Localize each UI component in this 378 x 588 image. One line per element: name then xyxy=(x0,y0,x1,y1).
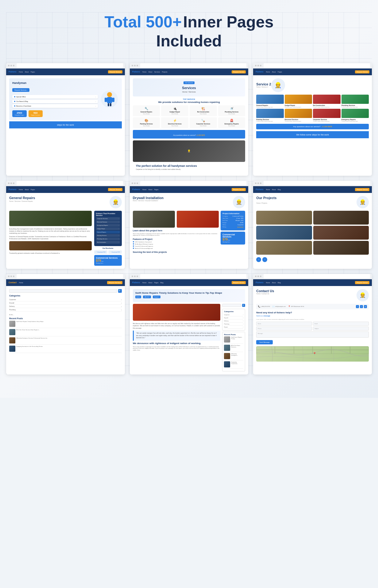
blog-meta: Author JAN 2027 Sample 0 xyxy=(135,296,243,298)
contact-info-bar: 📞 (+884) 553-0762 ✉️ info@example.com 📍 … xyxy=(256,304,369,309)
request-btn-9[interactable]: Request Service xyxy=(355,281,369,284)
list-reconstruction[interactable]: Re-Construction › xyxy=(96,241,120,244)
projects-header: Our Projects Home / Projects 👷 xyxy=(256,196,369,208)
contact-phone: 📞 (+884) 553-0762 xyxy=(258,305,270,308)
blog-sidebar: 🔍 Categories Carpenter› Drywall› Deliver… xyxy=(222,304,245,371)
nav-bar-5: Fixhero Home About Pages Request Service xyxy=(130,186,249,193)
menu-item-offers[interactable]: Special Offers › xyxy=(12,95,98,99)
arrow-next[interactable]: › xyxy=(262,257,267,262)
drywall-worker: 👷 xyxy=(233,196,245,208)
nav2-about: About xyxy=(148,71,152,73)
contact-breadcrumb: Home / Contact Us xyxy=(256,293,274,295)
form-subject[interactable]: Subject xyxy=(313,327,369,331)
nav2-services: Services xyxy=(154,71,160,73)
brochure-2[interactable]: 📄 Download PDF xyxy=(108,250,122,254)
list-electrical[interactable]: Electrical Services › xyxy=(96,221,120,223)
request-btn-6[interactable]: Request Service xyxy=(355,188,369,191)
social-icons: f t in xyxy=(356,305,367,308)
s2-item-4: Plumbing Services Trusted expert deliver… xyxy=(341,95,369,108)
sidebar-search: 🔍 xyxy=(222,304,245,307)
nav6-home: Home xyxy=(266,189,270,190)
projects-title: Our Projects xyxy=(256,196,276,200)
dot9-yellow xyxy=(257,276,259,277)
project-item-6 xyxy=(313,241,369,255)
list-plumbing[interactable]: Plumbing Services › xyxy=(96,237,120,240)
sidebar-post-4: Equipping Insurances... xyxy=(224,361,243,369)
menu-item-blog[interactable]: Our News & Blog › xyxy=(12,100,98,103)
project-img-industrial2 xyxy=(256,241,312,255)
search-field[interactable] xyxy=(9,289,117,293)
contact-form-section: Need any kind of fixhero help? Send us a… xyxy=(256,311,369,344)
list-general[interactable]: General Repairs › xyxy=(96,231,120,233)
instagram-icon[interactable]: in xyxy=(364,305,367,308)
svg-rect-5 xyxy=(110,103,111,106)
form-name[interactable]: Name xyxy=(256,322,312,326)
request-btn-7[interactable]: Request Services xyxy=(107,281,122,284)
recent-post-img-1 xyxy=(9,321,15,327)
list-gadget[interactable]: Gadget Repair › xyxy=(96,227,120,230)
info-start: Start Time 4 June, 2023 xyxy=(222,218,243,219)
search-row: 🔍 xyxy=(9,289,122,293)
menu-item-franchise[interactable]: Become a Franchisee › xyxy=(12,104,98,108)
twitter-icon[interactable]: t xyxy=(360,305,363,308)
list-carpenter[interactable]: Carpenter Services › xyxy=(96,217,120,220)
send-message-btn[interactable]: Send Message xyxy=(256,340,272,344)
brochure-1[interactable]: 📄 Download PDF xyxy=(94,250,108,254)
drywall-img1 xyxy=(133,211,175,228)
recent-post-3: Effectively Handymen Services Profession… xyxy=(9,337,122,345)
list-emergency[interactable]: Emergency Repairs › xyxy=(96,224,120,227)
nav8-about: About xyxy=(148,282,152,284)
dot-yellow xyxy=(10,65,12,66)
request-btn-3[interactable]: Request Service xyxy=(355,70,369,73)
nav5-pages: Pages xyxy=(154,189,158,190)
request-services-btn[interactable]: Request Services › xyxy=(12,88,29,92)
nav3-home: Home xyxy=(266,71,270,73)
sidebar-cat-2: Drywall› xyxy=(224,316,243,319)
browser-bar-2 xyxy=(130,63,249,69)
form-message[interactable]: Message xyxy=(256,331,369,338)
drywall-images xyxy=(133,211,219,228)
steps-bar-3: We follow some steps for the work xyxy=(256,131,369,138)
request-btn-1[interactable]: Request Service xyxy=(108,70,122,73)
dot5-yellow xyxy=(134,182,136,184)
services-content: TOP SERVICE Services Home / Services TOP… xyxy=(130,75,249,176)
facebook-icon[interactable]: f xyxy=(356,305,359,308)
sidebar-search-field[interactable] xyxy=(222,304,241,307)
nav-bar-3: Fixhero Home About Pages Request Service xyxy=(253,69,372,75)
sidebar-search-btn[interactable]: 🔍 xyxy=(242,304,245,307)
service2-title: Service 2 xyxy=(256,82,271,86)
request-btn-5[interactable]: Request Service xyxy=(232,188,246,191)
nav2-home: Home xyxy=(142,71,146,73)
project-img-worker2 xyxy=(313,241,369,255)
nav9-about: About xyxy=(272,282,276,284)
nav-about: About xyxy=(25,71,29,73)
list-painting[interactable]: Painting Services › xyxy=(96,234,120,237)
address-bar-5 xyxy=(140,181,247,185)
service-gadget-repair: 🔌 Gadget Repair View Details xyxy=(161,105,188,116)
blog-author: Author xyxy=(135,296,141,298)
request-btn-8[interactable]: Request Service xyxy=(232,281,246,284)
card-blog-partial: Contact Home Request Services 🔍 Categori… xyxy=(6,274,125,374)
general-repairs-header: General Repairs Home / Services / Genera… xyxy=(9,196,122,208)
dot9-green xyxy=(260,276,261,277)
projects-grid xyxy=(256,211,369,255)
sidebar-post-3: Effectively Handymen... xyxy=(224,353,243,360)
arrow-prev[interactable]: ‹ xyxy=(256,257,261,262)
form-phone[interactable]: Phone xyxy=(256,327,312,331)
form-email[interactable]: Email xyxy=(313,322,369,326)
service-icon-6: ⚡ xyxy=(163,119,187,122)
dot2-red xyxy=(132,65,133,66)
nav-bar-4: Fixhero Home About Pages Request Service xyxy=(6,186,125,193)
svg-point-0 xyxy=(107,92,112,97)
blog-sample: Sample 0 xyxy=(153,296,160,298)
nav9-home: Home xyxy=(266,282,270,284)
card-blog-main: Fixhero Home About Pages Blog Request Se… xyxy=(130,274,249,374)
info-budget: Budget $1000 xyxy=(222,222,243,223)
contact-header: Contact Us Home / Contact Us 👷 xyxy=(256,289,369,301)
service-icon-7: 🪚 xyxy=(191,119,215,122)
service-reconstruction: 🏗️ Re-Construction View Details xyxy=(190,105,217,116)
search-btn[interactable]: 🔍 xyxy=(118,289,122,293)
request-btn-2[interactable]: Request Service xyxy=(232,70,246,73)
request-btn-4[interactable]: Request Service xyxy=(108,188,122,191)
row2: Fixhero Home About Pages Request Service… xyxy=(6,181,372,269)
